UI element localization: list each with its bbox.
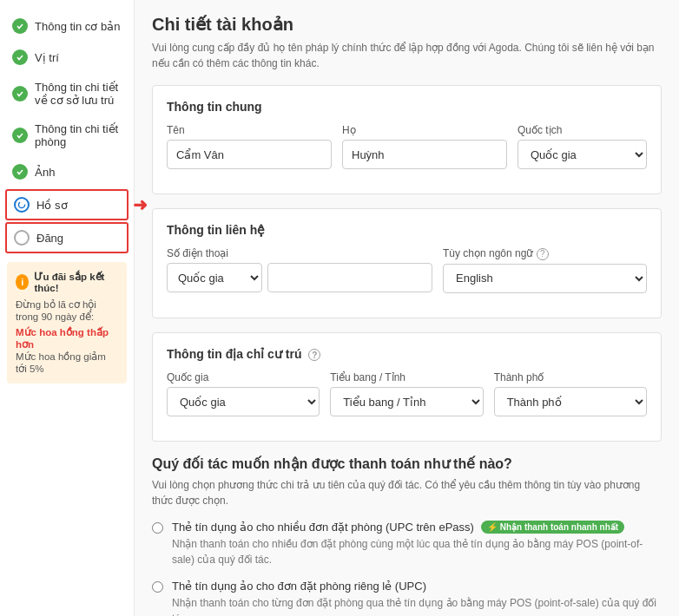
sidebar-item-thong-tin-co-ban[interactable]: Thông tin cơ bản bbox=[0, 10, 134, 42]
phone-group: Số điện thoại Quốc gia bbox=[167, 247, 432, 293]
ten-label: Tên bbox=[167, 124, 332, 136]
sidebar: Thông tin cơ bản Vị trí Thông tin chi ti… bbox=[0, 0, 135, 616]
sidebar-label: Đăng bbox=[36, 232, 63, 245]
address-country-group: Quốc gia Quốc gia bbox=[167, 371, 320, 416]
address-country-select[interactable]: Quốc gia bbox=[167, 387, 320, 416]
sidebar-label: Thông tin cơ bản bbox=[35, 20, 120, 33]
phone-row: Quốc gia bbox=[167, 263, 432, 292]
payment-option-title-upc-single: Thẻ tín dụng ảo cho đơn đặt phòng riêng … bbox=[172, 580, 662, 593]
address-city-select[interactable]: Thành phố bbox=[494, 387, 647, 416]
check-icon bbox=[12, 49, 28, 65]
address-info-title: Thông tin địa chỉ cư trú ? bbox=[167, 347, 647, 362]
payment-option-desc-upc-single: Nhận thanh toán cho từng đơn đặt phòng q… bbox=[172, 595, 662, 616]
general-info-title: Thông tin chung bbox=[167, 100, 647, 114]
phone-country-select[interactable]: Quốc gia bbox=[167, 263, 262, 292]
promo-icon: i bbox=[16, 274, 29, 290]
payment-option-desc-upc-epass: Nhận thanh toán cho nhiều đơn đặt phòng … bbox=[172, 536, 662, 567]
sidebar-item-chi-tiet-phong[interactable]: Thông tin chi tiết phòng bbox=[0, 115, 134, 156]
general-info-card: Thông tin chung Tên Họ Quốc tịch Quốc gi… bbox=[152, 85, 662, 194]
sidebar-label: Thông tin chi tiết về cơ sở lưu trú bbox=[35, 81, 122, 107]
language-label: Tùy chọn ngôn ngữ ? bbox=[443, 247, 647, 260]
sidebar-label: Ảnh bbox=[35, 166, 55, 179]
main-content: Chi tiết tài khoản Vui lòng cung cấp đầy… bbox=[135, 0, 679, 616]
red-arrow: ➜ bbox=[133, 194, 148, 215]
check-icon bbox=[12, 86, 28, 102]
promo-line3: Mức hoa hồng giảm tới 5% bbox=[16, 351, 118, 375]
ho-input[interactable] bbox=[342, 140, 507, 169]
svg-point-0 bbox=[18, 201, 24, 207]
payment-section: Quý đối tác muốn nhận được thanh toán nh… bbox=[152, 455, 662, 616]
sidebar-label: Hồ sơ bbox=[36, 199, 68, 212]
check-icon bbox=[12, 128, 28, 143]
payment-radio-upc-epass[interactable] bbox=[152, 522, 163, 534]
payment-option-upc-single: Thẻ tín dụng ảo cho đơn đặt phòng riêng … bbox=[152, 580, 662, 616]
ho-field-group: Họ bbox=[342, 124, 507, 169]
address-state-select[interactable]: Tiểu bang / Tỉnh bbox=[330, 387, 483, 416]
contact-info-card: Thông tin liên hệ Số điện thoại Quốc gia… bbox=[152, 208, 662, 318]
payment-subtitle: Vui lòng chọn phương thức chi trả ưu tiê… bbox=[152, 477, 662, 508]
ten-input[interactable] bbox=[167, 140, 332, 169]
phone-input[interactable] bbox=[267, 263, 432, 292]
ho-label: Họ bbox=[342, 124, 507, 136]
quoc-tich-label: Quốc tịch bbox=[517, 124, 647, 136]
address-help-icon[interactable]: ? bbox=[308, 349, 320, 361]
quoc-tich-group: Quốc tịch Quốc gia bbox=[517, 124, 647, 169]
sidebar-label: Vị trí bbox=[35, 51, 59, 64]
phone-label: Số điện thoại bbox=[167, 247, 432, 259]
promo-title: Ưu đãi sắp kết thúc! bbox=[34, 271, 118, 293]
contact-info-title: Thông tin liên hệ bbox=[167, 223, 647, 237]
sidebar-item-vi-tri[interactable]: Vị trí bbox=[0, 42, 134, 73]
empty-circle-icon bbox=[14, 230, 30, 246]
check-icon bbox=[12, 18, 28, 34]
fastest-badge: Nhận thanh toán nhanh nhất bbox=[481, 521, 624, 534]
promo-box: i Ưu đãi sắp kết thúc! Đừng bỏ lã cơ hội… bbox=[7, 262, 127, 383]
contact-info-row: Số điện thoại Quốc gia Tùy chọn ngôn ngữ… bbox=[167, 247, 647, 293]
general-info-row: Tên Họ Quốc tịch Quốc gia bbox=[167, 124, 647, 169]
payment-radio-upc-single[interactable] bbox=[152, 581, 163, 593]
ten-field-group: Tên bbox=[167, 124, 332, 169]
sidebar-item-ho-so[interactable]: Hồ sơ bbox=[5, 189, 129, 220]
address-state-label: Tiểu bang / Tỉnh bbox=[330, 371, 483, 383]
promo-line1: Đừng bỏ lã cơ hội trong 90 ngày để: bbox=[16, 298, 118, 323]
sidebar-item-luu-tru[interactable]: Thông tin chi tiết về cơ sở lưu trú bbox=[0, 73, 134, 115]
address-city-label: Thành phố bbox=[494, 371, 647, 383]
address-info-card: Thông tin địa chỉ cư trú ? Quốc gia Quốc… bbox=[152, 332, 662, 442]
payment-option-upc-epass: Thẻ tín dụng ảo cho nhiều đơn đặt phòng … bbox=[152, 521, 662, 567]
language-help-icon[interactable]: ? bbox=[537, 248, 549, 260]
loading-icon bbox=[14, 197, 30, 213]
check-icon bbox=[12, 164, 28, 180]
sidebar-item-anh[interactable]: Ảnh bbox=[0, 156, 134, 187]
payment-option-title-upc-epass: Thẻ tín dụng ảo cho nhiều đơn đặt phòng … bbox=[172, 521, 662, 534]
address-state-group: Tiểu bang / Tỉnh Tiểu bang / Tỉnh bbox=[330, 371, 483, 416]
language-group: Tùy chọn ngôn ngữ ? English bbox=[443, 247, 647, 293]
page-title: Chi tiết tài khoản bbox=[152, 14, 662, 35]
promo-line2: Mức hoa hồng thấp hơn bbox=[16, 326, 118, 351]
quoc-tich-select[interactable]: Quốc gia bbox=[517, 140, 647, 169]
language-select[interactable]: English bbox=[443, 264, 647, 293]
address-country-label: Quốc gia bbox=[167, 371, 320, 383]
sidebar-item-dang[interactable]: Đăng bbox=[5, 222, 129, 253]
sidebar-label: Thông tin chi tiết phòng bbox=[35, 122, 122, 148]
payment-title: Quý đối tác muốn nhận được thanh toán nh… bbox=[152, 455, 662, 472]
address-city-group: Thành phố Thành phố bbox=[494, 371, 647, 416]
address-row: Quốc gia Quốc gia Tiểu bang / Tỉnh Tiểu … bbox=[167, 371, 647, 416]
page-subtitle: Vui lòng cung cấp đầy đủ họ tên pháp lý … bbox=[152, 40, 662, 71]
